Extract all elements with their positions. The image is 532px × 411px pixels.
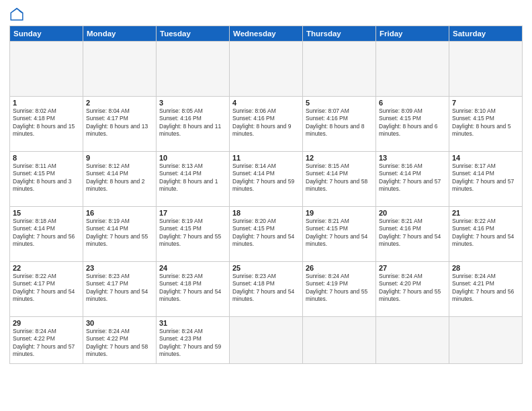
day-info: Sunrise: 8:12 AMSunset: 4:14 PMDaylight:… <box>86 163 153 193</box>
day-info: Sunrise: 8:21 AMSunset: 4:16 PMDaylight:… <box>379 218 446 248</box>
day-number: 11 <box>232 154 300 162</box>
day-info: Sunrise: 8:23 AMSunset: 4:17 PMDaylight:… <box>86 273 153 304</box>
day-number: 5 <box>306 99 373 107</box>
calendar-cell <box>230 42 303 97</box>
calendar-cell: 7Sunrise: 8:10 AMSunset: 4:15 PMDaylight… <box>449 97 523 152</box>
calendar-cell: 9Sunrise: 8:12 AMSunset: 4:14 PMDaylight… <box>83 152 157 207</box>
day-number: 3 <box>159 99 226 107</box>
calendar-cell: 16Sunrise: 8:19 AMSunset: 4:14 PMDayligh… <box>83 207 157 262</box>
calendar-cell: 26Sunrise: 8:24 AMSunset: 4:19 PMDayligh… <box>303 262 376 317</box>
weekday-header-row: SundayMondayTuesdayWednesdayThursdayFrid… <box>10 26 523 42</box>
day-info: Sunrise: 8:16 AMSunset: 4:14 PMDaylight:… <box>379 163 446 193</box>
day-info: Sunrise: 8:21 AMSunset: 4:15 PMDaylight:… <box>306 218 373 248</box>
day-info: Sunrise: 8:24 AMSunset: 4:20 PMDaylight:… <box>379 273 446 304</box>
day-info: Sunrise: 8:07 AMSunset: 4:16 PMDaylight:… <box>306 107 373 138</box>
day-info: Sunrise: 8:13 AMSunset: 4:14 PMDaylight:… <box>159 163 226 193</box>
day-info: Sunrise: 8:02 AMSunset: 4:18 PMDaylight:… <box>13 107 80 138</box>
day-number: 8 <box>13 154 80 162</box>
day-number: 14 <box>452 154 519 162</box>
calendar-cell: 6Sunrise: 8:09 AMSunset: 4:15 PMDaylight… <box>376 97 449 152</box>
calendar-cell <box>10 42 83 97</box>
calendar-cell: 5Sunrise: 8:07 AMSunset: 4:16 PMDaylight… <box>303 97 376 152</box>
day-info: Sunrise: 8:23 AMSunset: 4:18 PMDaylight:… <box>232 273 300 304</box>
weekday-header-monday: Monday <box>83 26 157 42</box>
day-info: Sunrise: 8:17 AMSunset: 4:14 PMDaylight:… <box>452 163 519 193</box>
calendar-week-row: 29Sunrise: 8:24 AMSunset: 4:22 PMDayligh… <box>10 317 523 364</box>
day-info: Sunrise: 8:20 AMSunset: 4:15 PMDaylight:… <box>232 218 300 248</box>
day-number: 19 <box>306 209 373 217</box>
calendar-cell: 24Sunrise: 8:23 AMSunset: 4:18 PMDayligh… <box>157 262 230 317</box>
calendar-cell <box>303 317 376 364</box>
calendar-cell: 19Sunrise: 8:21 AMSunset: 4:15 PMDayligh… <box>303 207 376 262</box>
top-bar <box>9 7 523 21</box>
weekday-header-tuesday: Tuesday <box>157 26 230 42</box>
day-number: 2 <box>86 99 153 107</box>
day-number: 27 <box>379 264 446 272</box>
day-info: Sunrise: 8:24 AMSunset: 4:21 PMDaylight:… <box>452 273 519 304</box>
day-info: Sunrise: 8:19 AMSunset: 4:14 PMDaylight:… <box>86 218 153 248</box>
calendar-cell <box>376 317 449 364</box>
calendar-week-row: 22Sunrise: 8:22 AMSunset: 4:17 PMDayligh… <box>10 262 523 317</box>
day-number: 29 <box>13 319 80 327</box>
day-info: Sunrise: 8:19 AMSunset: 4:15 PMDaylight:… <box>159 218 226 248</box>
day-number: 30 <box>86 319 153 327</box>
calendar-cell: 1Sunrise: 8:02 AMSunset: 4:18 PMDaylight… <box>10 97 83 152</box>
calendar-cell: 21Sunrise: 8:22 AMSunset: 4:16 PMDayligh… <box>449 207 523 262</box>
calendar-cell <box>230 317 303 364</box>
day-info: Sunrise: 8:11 AMSunset: 4:15 PMDaylight:… <box>13 163 80 193</box>
day-info: Sunrise: 8:04 AMSunset: 4:17 PMDaylight:… <box>86 107 153 138</box>
calendar-cell: 28Sunrise: 8:24 AMSunset: 4:21 PMDayligh… <box>449 262 523 317</box>
day-number: 4 <box>232 99 300 107</box>
calendar-cell: 10Sunrise: 8:13 AMSunset: 4:14 PMDayligh… <box>157 152 230 207</box>
day-number: 16 <box>86 209 153 217</box>
calendar-cell: 18Sunrise: 8:20 AMSunset: 4:15 PMDayligh… <box>230 207 303 262</box>
weekday-header-thursday: Thursday <box>303 26 376 42</box>
day-info: Sunrise: 8:24 AMSunset: 4:22 PMDaylight:… <box>13 328 80 359</box>
day-info: Sunrise: 8:24 AMSunset: 4:19 PMDaylight:… <box>306 273 373 304</box>
day-number: 23 <box>86 264 153 272</box>
calendar-week-row: 15Sunrise: 8:18 AMSunset: 4:14 PMDayligh… <box>10 207 523 262</box>
day-number: 24 <box>159 264 226 272</box>
weekday-header-saturday: Saturday <box>449 26 523 42</box>
calendar-cell: 11Sunrise: 8:14 AMSunset: 4:14 PMDayligh… <box>230 152 303 207</box>
page: SundayMondayTuesdayWednesdayThursdayFrid… <box>0 0 532 411</box>
day-info: Sunrise: 8:05 AMSunset: 4:16 PMDaylight:… <box>159 107 226 138</box>
calendar-week-row: 8Sunrise: 8:11 AMSunset: 4:15 PMDaylight… <box>10 152 523 207</box>
day-info: Sunrise: 8:24 AMSunset: 4:22 PMDaylight:… <box>86 328 153 359</box>
day-number: 10 <box>159 154 226 162</box>
day-number: 13 <box>379 154 446 162</box>
day-number: 25 <box>232 264 300 272</box>
calendar-cell: 20Sunrise: 8:21 AMSunset: 4:16 PMDayligh… <box>376 207 449 262</box>
calendar-cell: 17Sunrise: 8:19 AMSunset: 4:15 PMDayligh… <box>157 207 230 262</box>
calendar-cell <box>83 42 157 97</box>
weekday-header-sunday: Sunday <box>10 26 83 42</box>
day-info: Sunrise: 8:15 AMSunset: 4:14 PMDaylight:… <box>306 163 373 193</box>
day-number: 22 <box>13 264 80 272</box>
calendar-cell <box>376 42 449 97</box>
day-info: Sunrise: 8:09 AMSunset: 4:15 PMDaylight:… <box>379 107 446 138</box>
calendar-cell: 31Sunrise: 8:24 AMSunset: 4:23 PMDayligh… <box>157 317 230 364</box>
weekday-header-wednesday: Wednesday <box>230 26 303 42</box>
day-number: 17 <box>159 209 226 217</box>
calendar-cell <box>449 42 523 97</box>
day-number: 7 <box>452 99 519 107</box>
calendar-cell: 8Sunrise: 8:11 AMSunset: 4:15 PMDaylight… <box>10 152 83 207</box>
day-info: Sunrise: 8:10 AMSunset: 4:15 PMDaylight:… <box>452 107 519 138</box>
calendar-cell: 2Sunrise: 8:04 AMSunset: 4:17 PMDaylight… <box>83 97 157 152</box>
day-number: 1 <box>13 99 80 107</box>
day-number: 28 <box>452 264 519 272</box>
logo-icon <box>9 7 24 21</box>
calendar-cell <box>157 42 230 97</box>
day-info: Sunrise: 8:18 AMSunset: 4:14 PMDaylight:… <box>13 218 80 248</box>
calendar-cell: 29Sunrise: 8:24 AMSunset: 4:22 PMDayligh… <box>10 317 83 364</box>
day-info: Sunrise: 8:06 AMSunset: 4:16 PMDaylight:… <box>232 107 300 138</box>
day-number: 15 <box>13 209 80 217</box>
day-number: 18 <box>232 209 300 217</box>
calendar-table: SundayMondayTuesdayWednesdayThursdayFrid… <box>9 26 523 364</box>
calendar-cell: 13Sunrise: 8:16 AMSunset: 4:14 PMDayligh… <box>376 152 449 207</box>
calendar-cell: 22Sunrise: 8:22 AMSunset: 4:17 PMDayligh… <box>10 262 83 317</box>
day-number: 9 <box>86 154 153 162</box>
logo <box>9 7 27 21</box>
day-number: 12 <box>306 154 373 162</box>
calendar-cell: 23Sunrise: 8:23 AMSunset: 4:17 PMDayligh… <box>83 262 157 317</box>
